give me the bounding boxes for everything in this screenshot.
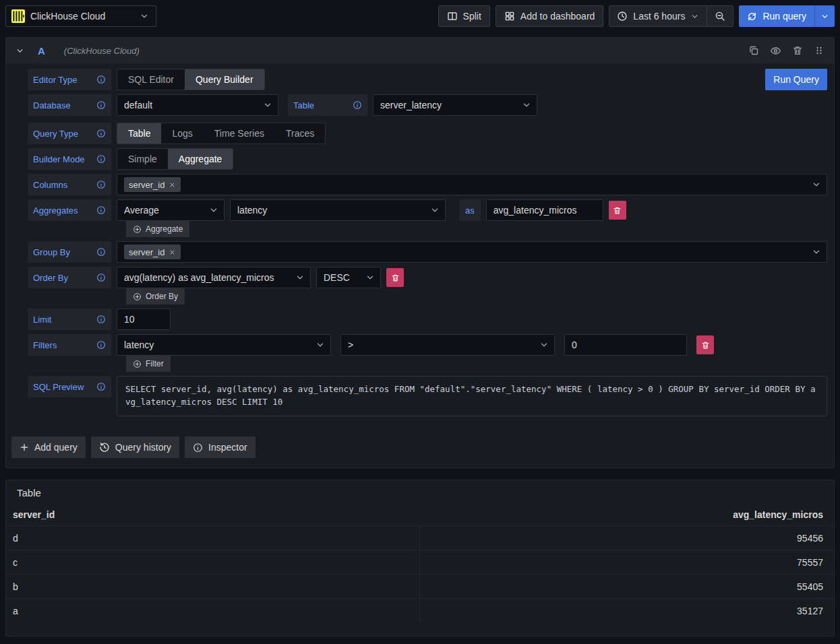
trash-icon [792, 45, 803, 56]
plus-icon [20, 443, 29, 452]
radio-sql-editor[interactable]: SQL Editor [117, 69, 185, 90]
trash-icon [613, 206, 622, 215]
sql-preview-label: SQL Preview [28, 376, 111, 397]
query-history-button[interactable]: Query history [91, 437, 179, 458]
chevron-down-icon [539, 340, 549, 350]
split-button[interactable]: Split [438, 5, 490, 27]
copy-icon [748, 45, 759, 56]
group-by-label: Group By [28, 241, 111, 263]
grid-icon [504, 11, 515, 22]
radio-traces[interactable]: Traces [275, 123, 325, 143]
time-range-button[interactable]: Last 6 hours [609, 6, 707, 26]
hide-query-button[interactable] [770, 45, 781, 57]
filters-row: Filters latency > [28, 334, 827, 356]
editor-type-row: Editor Type SQL Editor Query Builder Run… [28, 69, 827, 90]
filter-value-input[interactable] [564, 334, 687, 356]
info-icon [353, 100, 362, 110]
info-icon [96, 100, 106, 110]
columns-multiselect[interactable]: server_id [117, 174, 827, 195]
chevron-down-icon [820, 12, 829, 21]
group-by-multiselect[interactable]: server_id [117, 241, 827, 263]
radio-table[interactable]: Table [117, 123, 161, 143]
radio-time-series[interactable]: Time Series [204, 123, 275, 143]
chevron-down-icon [316, 340, 325, 350]
add-filter-button[interactable]: Filter [126, 356, 171, 372]
eye-icon [770, 45, 781, 57]
table-select[interactable]: server_latency [373, 94, 537, 116]
run-query-button[interactable]: Run query [739, 5, 814, 27]
duplicate-query-button[interactable] [748, 45, 759, 56]
radio-query-builder[interactable]: Query Builder [185, 69, 264, 90]
info-icon [96, 180, 106, 189]
trash-icon [701, 341, 710, 350]
query-row-header[interactable]: A (ClickHouse Cloud) [6, 38, 834, 63]
run-query-dropdown-toggle[interactable] [814, 5, 835, 27]
radio-simple[interactable]: Simple [117, 149, 168, 169]
cell-server-id: c [6, 550, 420, 574]
history-icon [99, 442, 110, 453]
info-icon [193, 443, 203, 453]
limit-input[interactable] [117, 309, 171, 330]
datasource-picker[interactable]: ClickHouse Cloud [5, 5, 156, 27]
remove-order-by-button[interactable] [386, 268, 404, 287]
builder-mode-label: Builder Mode [28, 148, 111, 170]
delete-query-button[interactable] [792, 45, 803, 56]
drag-query-handle[interactable] [814, 45, 824, 56]
remove-chip-icon[interactable] [169, 181, 176, 189]
info-icon [96, 154, 106, 164]
order-by-field-select[interactable]: avg(latency) as avg_latency_micros [117, 267, 311, 288]
add-query-button[interactable]: Add query [11, 437, 86, 458]
query-type-row: Query Type Table Logs Time Series Traces [28, 123, 827, 144]
order-direction-select[interactable]: DESC [316, 267, 381, 288]
query-editor-panel: A (ClickHouse Cloud) Editor Type SQL Edi… [5, 37, 835, 468]
table-label: Table [288, 94, 367, 116]
builder-mode-row: Builder Mode Simple Aggregate [28, 148, 827, 170]
run-query-toolbar-button: Run query [739, 5, 835, 27]
run-query-panel-button[interactable]: Run Query [765, 69, 827, 90]
chevron-down-icon [522, 100, 531, 110]
chevron-down-icon [263, 100, 272, 110]
query-ref-id: A [38, 45, 45, 57]
add-aggregate-button[interactable]: Aggregate [126, 221, 189, 237]
filter-operator-select[interactable]: > [340, 334, 555, 356]
database-select[interactable]: default [117, 94, 278, 116]
trash-icon [391, 273, 400, 282]
aggregates-row: Aggregates Average latency as [28, 199, 827, 221]
selected-group-by-chip: server_id [124, 245, 181, 259]
aggregate-function-select[interactable]: Average [117, 199, 224, 221]
cell-avg-latency: 35127 [420, 606, 834, 616]
filter-column-select[interactable]: latency [117, 334, 331, 356]
chevron-down-icon [812, 247, 821, 257]
panel-title: Table [6, 480, 834, 509]
remove-filter-button[interactable] [696, 335, 714, 354]
cell-server-id: b [6, 575, 420, 598]
info-icon [96, 247, 106, 257]
add-to-dashboard-button[interactable]: Add to dashboard [496, 5, 604, 27]
radio-aggregate[interactable]: Aggregate [168, 149, 233, 169]
clock-icon [617, 11, 628, 22]
info-icon [96, 382, 106, 391]
zoom-out-icon [715, 11, 725, 22]
aggregate-column-select[interactable]: latency [230, 199, 446, 221]
zoom-out-time-button[interactable] [707, 6, 733, 26]
column-header-avg-latency[interactable]: avg_latency_micros [420, 509, 834, 520]
info-icon [96, 75, 106, 84]
inspector-button[interactable]: Inspector [185, 437, 256, 458]
aggregate-alias-input[interactable] [486, 199, 603, 221]
order-by-label: Order By [28, 267, 111, 288]
query-editor-footer: Add query Query history Inspector [6, 416, 834, 468]
limit-row: Limit [28, 309, 827, 330]
remove-chip-icon[interactable] [169, 249, 176, 256]
editor-type-label: Editor Type [28, 69, 111, 90]
cell-server-id: d [6, 526, 420, 550]
remove-aggregate-button[interactable] [609, 201, 626, 220]
circle-plus-icon [133, 225, 142, 234]
collapse-chevron-icon[interactable] [16, 46, 24, 55]
radio-logs[interactable]: Logs [161, 123, 203, 143]
group-by-row: Group By server_id [28, 241, 827, 263]
column-header-server-id[interactable]: server_id [6, 509, 420, 520]
table-row: d 95456 [6, 525, 834, 550]
clickhouse-logo-icon [11, 9, 25, 23]
info-icon [96, 205, 106, 215]
add-order-by-button[interactable]: Order By [126, 288, 185, 304]
